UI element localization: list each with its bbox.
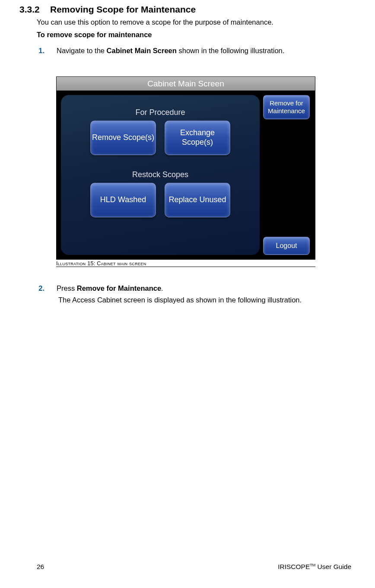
logout-button[interactable]: Logout (263, 237, 310, 255)
section-heading: 3.3.2 Removing Scope for Maintenance (19, 4, 351, 15)
center-area: For Procedure Remove Scope(s) Exchange S… (61, 95, 260, 255)
step-text: Navigate to the Cabinet Main Screen show… (57, 47, 351, 55)
page-number: 26 (37, 563, 44, 571)
for-procedure-label: For Procedure (135, 108, 185, 117)
guide-title: IRISCOPETM User Guide (278, 563, 351, 571)
intro-text: You can use this option to remove a scop… (37, 18, 351, 26)
step-text: Press Remove for Maintenance. (57, 284, 351, 292)
restock-scopes-label: Restock Scopes (132, 170, 188, 179)
hld-washed-button[interactable]: HLD Washed (90, 183, 156, 217)
section-number: 3.3.2 (19, 4, 43, 15)
remove-for-maintenance-button[interactable]: Remove for Maintenance (263, 95, 310, 119)
screen-title: Cabinet Main Screen (57, 77, 315, 91)
exchange-scopes-button[interactable]: Exchange Scope(s) (165, 121, 230, 155)
step-number: 1. (37, 47, 44, 55)
procedure-subheading: To remove scope for maintenance (37, 31, 351, 39)
illustration-15: Cabinet Main Screen For Procedure Remove… (56, 76, 315, 267)
step-1: 1. Navigate to the Cabinet Main Screen s… (37, 47, 351, 55)
step-2-result: The Access Cabinet screen is displayed a… (58, 296, 351, 304)
step-number: 2. (37, 284, 44, 292)
procedure-button-row: Remove Scope(s) Exchange Scope(s) (90, 121, 230, 155)
section-title: Removing Scope for Maintenance (50, 4, 196, 15)
step-2: 2. Press Remove for Maintenance. (37, 284, 351, 292)
procedure-list: 1. Navigate to the Cabinet Main Screen s… (37, 47, 351, 304)
screen-body: For Procedure Remove Scope(s) Exchange S… (57, 91, 315, 259)
replace-unused-button[interactable]: Replace Unused (165, 183, 230, 217)
illustration-caption: Illustration 15: Cabinet main screen (56, 261, 315, 267)
side-column: Remove for Maintenance Logout (263, 91, 315, 259)
page-footer: 26 IRISCOPETM User Guide (37, 563, 351, 571)
remove-scopes-button[interactable]: Remove Scope(s) (90, 121, 156, 155)
cabinet-main-screen-screenshot: Cabinet Main Screen For Procedure Remove… (56, 76, 315, 260)
restock-button-row: HLD Washed Replace Unused (90, 183, 230, 217)
